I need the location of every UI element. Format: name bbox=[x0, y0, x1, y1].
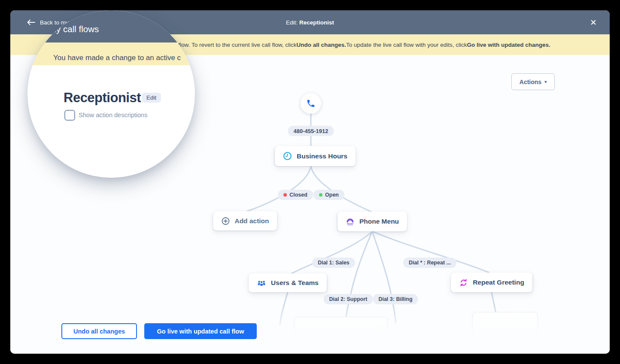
back-arrow-icon bbox=[27, 19, 35, 25]
repeat-greeting-node[interactable]: Repeat Greeting bbox=[451, 273, 532, 292]
repeat-icon bbox=[459, 278, 468, 287]
repeat-greeting-label: Repeat Greeting bbox=[473, 279, 524, 286]
go-live-button[interactable]: Go live with updated call flow bbox=[144, 323, 257, 339]
open-label: Open bbox=[325, 192, 339, 198]
dial-3-pill: Dial 3: Billing bbox=[373, 294, 418, 304]
go-live-button-label: Go live with updated call flow bbox=[157, 328, 244, 335]
spotlight-magnifier: my call flows You have made a change to … bbox=[27, 10, 195, 178]
partial-node-card[interactable] bbox=[472, 312, 538, 337]
flow-title: Receptionist bbox=[64, 90, 141, 106]
banner-golive-bold: Go live with updated changes. bbox=[467, 42, 550, 48]
edge-closed-branch bbox=[247, 166, 311, 211]
closed-label: Closed bbox=[289, 192, 307, 198]
phone-number-pill: 480-455-1912 bbox=[288, 126, 334, 136]
partial-node-card[interactable] bbox=[295, 317, 388, 341]
dial-3-label: Dial 3: Billing bbox=[378, 296, 412, 302]
actions-button-label: Actions bbox=[520, 79, 541, 85]
open-status-dot bbox=[319, 193, 322, 197]
banner-undo-bold: Undo all changes. bbox=[297, 42, 346, 48]
phone-menu-icon bbox=[346, 217, 355, 226]
undo-button-label: Undo all changes bbox=[73, 328, 125, 335]
edge-users-teams-down bbox=[280, 292, 288, 325]
call-flow-editor-window: Actions ▾ 480-455-1912 Business Hours Cl… bbox=[10, 10, 610, 354]
actions-button[interactable]: Actions ▾ bbox=[511, 73, 555, 90]
users-group-icon bbox=[257, 278, 266, 288]
dial-2-label: Dial 2: Support bbox=[329, 296, 368, 302]
magnified-banner-text: You have made a change to an active c bbox=[53, 54, 181, 62]
edge-dial3-branch bbox=[372, 231, 396, 323]
open-branch-pill: Open bbox=[313, 190, 344, 200]
edit-badge[interactable]: Edit bbox=[142, 93, 161, 103]
dial-1-pill: Dial 1: Sales bbox=[312, 258, 355, 268]
close-button[interactable]: ✕ bbox=[590, 10, 597, 34]
add-action-node[interactable]: Add action bbox=[213, 211, 277, 231]
chevron-down-icon: ▾ bbox=[544, 79, 547, 84]
clock-icon bbox=[283, 152, 292, 161]
phone-menu-label: Phone Menu bbox=[359, 218, 399, 225]
dial-2-pill: Dial 2: Support bbox=[324, 294, 373, 304]
close-icon: ✕ bbox=[590, 18, 597, 27]
phone-menu-node[interactable]: Phone Menu bbox=[337, 212, 407, 231]
phone-number: 480-455-1912 bbox=[294, 128, 328, 134]
closed-status-dot bbox=[283, 193, 287, 197]
show-action-descriptions-label: Show action descriptions bbox=[79, 112, 147, 118]
business-hours-label: Business Hours bbox=[297, 152, 347, 160]
phone-icon bbox=[306, 99, 316, 108]
dial-1-label: Dial 1: Sales bbox=[318, 260, 350, 266]
edge-open-branch bbox=[311, 166, 371, 212]
phone-number-node[interactable] bbox=[301, 93, 321, 114]
banner-text-part: To update the live call flow with your e… bbox=[346, 42, 467, 48]
add-action-label: Add action bbox=[234, 217, 269, 225]
users-teams-label: Users & Teams bbox=[271, 279, 319, 287]
dial-star-pill: Dial * : Repeat ... bbox=[403, 258, 456, 268]
plus-circle-icon bbox=[221, 217, 230, 225]
dial-star-label: Dial * : Repeat ... bbox=[409, 260, 451, 266]
business-hours-node[interactable]: Business Hours bbox=[275, 146, 356, 166]
title-flow-name: Receptionist bbox=[299, 19, 334, 26]
title-prefix: Edit: bbox=[286, 19, 298, 26]
show-action-descriptions-checkbox[interactable] bbox=[64, 110, 75, 121]
users-teams-node[interactable]: Users & Teams bbox=[249, 273, 327, 292]
edge-dial2-branch bbox=[345, 231, 372, 323]
closed-branch-pill: Closed bbox=[278, 190, 313, 200]
undo-all-changes-button[interactable]: Undo all changes bbox=[61, 323, 137, 339]
